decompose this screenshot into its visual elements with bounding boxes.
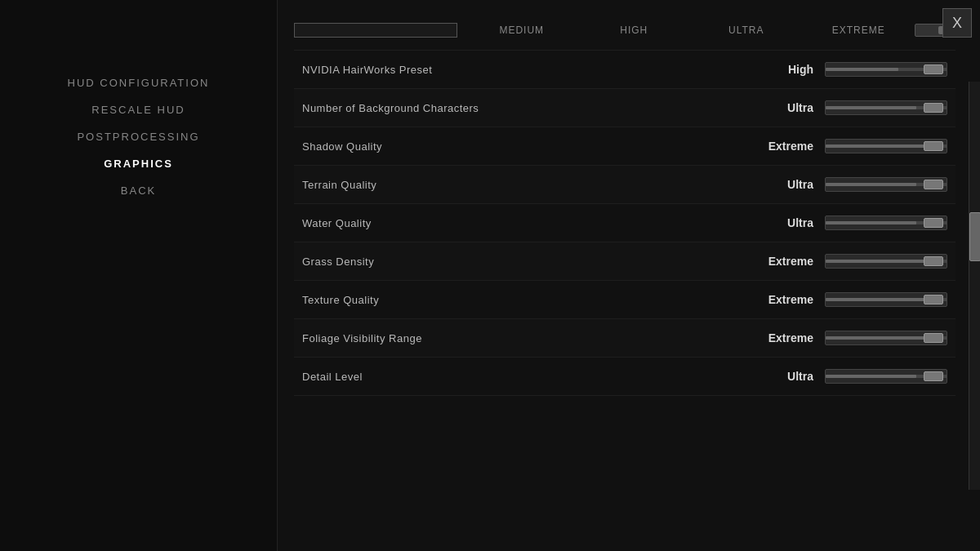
preset-level-ultra: ULTRA (690, 24, 803, 36)
close-button[interactable]: X (942, 8, 972, 38)
sidebar: HUD CONFIGURATIONRESCALE HUDPOSTPROCESSI… (0, 0, 278, 551)
setting-value: Extreme (740, 255, 813, 268)
setting-value: High (740, 63, 813, 76)
graphics-preset-box[interactable] (294, 23, 457, 38)
setting-name: Number of Background Characters (302, 102, 740, 114)
setting-value: Ultra (740, 370, 813, 383)
settings-list: NVIDIA HairWorks PresetHighNumber of Bac… (294, 51, 956, 396)
sidebar-item-hud-configuration[interactable]: HUD CONFIGURATION (68, 77, 210, 89)
table-row: Terrain QualityUltra (294, 165, 956, 204)
main-content: MEDIUMHIGHULTRAEXTREME NVIDIA HairWorks … (278, 0, 980, 551)
setting-value: Extreme (740, 331, 813, 344)
sidebar-item-rescale-hud[interactable]: RESCALE HUD (91, 104, 185, 116)
setting-slider[interactable] (825, 369, 947, 384)
setting-slider[interactable] (825, 100, 947, 115)
preset-level-high: HIGH (578, 24, 691, 36)
setting-value: Extreme (740, 293, 813, 306)
setting-name: NVIDIA HairWorks Preset (302, 64, 740, 76)
table-row: Grass DensityExtreme (294, 242, 956, 281)
table-row: NVIDIA HairWorks PresetHigh (294, 50, 956, 89)
setting-name: Texture Quality (302, 294, 740, 306)
preset-level-extreme: EXTREME (803, 24, 915, 36)
table-row: Shadow QualityExtreme (294, 127, 956, 166)
nav-menu: HUD CONFIGURATIONRESCALE HUDPOSTPROCESSI… (68, 77, 210, 197)
setting-value: Ultra (740, 216, 813, 229)
setting-slider[interactable] (825, 62, 947, 77)
preset-level-medium: MEDIUM (466, 24, 578, 36)
table-row: Detail LevelUltra (294, 357, 956, 396)
setting-name: Foliage Visibility Range (302, 332, 740, 344)
setting-name: Terrain Quality (302, 179, 740, 191)
setting-slider[interactable] (825, 216, 947, 230)
table-row: Foliage Visibility RangeExtreme (294, 318, 956, 358)
table-row: Water QualityUltra (294, 203, 956, 242)
setting-name: Water Quality (302, 217, 740, 229)
setting-slider[interactable] (825, 177, 947, 192)
setting-slider[interactable] (825, 254, 947, 269)
table-row: Number of Background CharactersUltra (294, 88, 956, 127)
setting-value: Ultra (740, 178, 813, 191)
setting-name: Grass Density (302, 256, 740, 268)
preset-header: MEDIUMHIGHULTRAEXTREME (294, 23, 956, 38)
sidebar-item-graphics[interactable]: GRAPHICS (104, 158, 173, 170)
setting-slider[interactable] (825, 292, 947, 307)
scrollbar[interactable] (969, 82, 980, 490)
sidebar-item-back[interactable]: BACK (121, 184, 156, 197)
scrollbar-thumb[interactable] (969, 212, 980, 261)
setting-value: Extreme (740, 140, 813, 153)
setting-value: Ultra (740, 101, 813, 114)
preset-levels: MEDIUMHIGHULTRAEXTREME (466, 24, 915, 36)
setting-slider[interactable] (825, 331, 947, 345)
setting-slider[interactable] (825, 139, 947, 153)
logo-area (138, 16, 140, 28)
sidebar-item-postprocessing[interactable]: POSTPROCESSING (77, 131, 199, 143)
setting-name: Detail Level (302, 371, 740, 383)
table-row: Texture QualityExtreme (294, 280, 956, 319)
setting-name: Shadow Quality (302, 140, 740, 153)
